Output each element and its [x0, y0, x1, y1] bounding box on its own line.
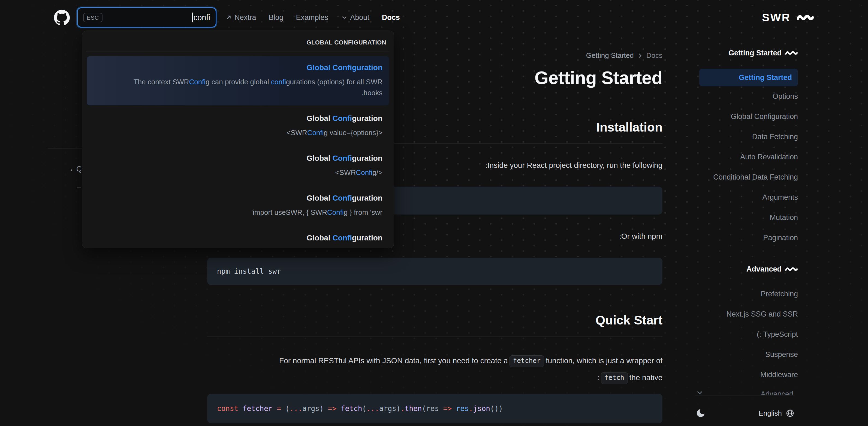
toc-item-label: Quick Start — [76, 165, 81, 173]
search-result-excerpt: SWRConfig> — [94, 247, 382, 248]
search-result-title: Global Configuration — [94, 154, 382, 163]
nav-label: Examples — [296, 13, 329, 22]
search-result-excerpt: The context SWRConfig can provide global… — [94, 77, 382, 98]
quick-start-paragraph: For normal RESTful APIs with JSON data, … — [207, 352, 662, 386]
sidebar-clipped-label: Advanced — [761, 389, 793, 395]
sidebar-item-middleware[interactable]: Middleware — [699, 365, 798, 385]
sidebar-item-prefetching[interactable]: Prefetching — [699, 284, 798, 304]
swr-logo[interactable]: SWR — [762, 11, 814, 24]
fetcher-code-line: const fetcher = (...args) => fetch(...ar… — [217, 404, 503, 413]
search-input-value: confi — [193, 13, 210, 22]
theme-toggle-button[interactable] — [694, 407, 707, 419]
search-result-title: Global Configuration — [94, 234, 382, 242]
qs-text-1: For normal RESTful APIs with JSON data, … — [279, 357, 508, 365]
sidebar-section-getting-started: Getting Started — [699, 47, 798, 59]
toc-divider — [48, 148, 82, 148]
text-caret — [192, 12, 193, 22]
sidebar-item-typescript[interactable]: (: TypeScript — [699, 324, 798, 344]
sidebar-clipped-row: Advanced — [694, 389, 795, 395]
nav-link-blog[interactable]: Blog — [269, 13, 283, 22]
chevron-right-icon — [637, 52, 644, 59]
quick-start-heading: Quick Start — [207, 313, 662, 337]
sidebar-item-getting-started-active[interactable]: Getting Started — [699, 69, 798, 86]
swr-logo-text: SWR — [762, 11, 790, 24]
npm-command: npm install swr — [217, 267, 281, 275]
search-result[interactable]: Global Configuration 'import useSWR, { S… — [87, 187, 389, 225]
search-result-excerpt: 'import useSWR, { SWRConfig } from 'swr — [94, 207, 382, 218]
fetcher-inline-code: fetcher — [509, 355, 544, 367]
language-selector[interactable]: English — [759, 409, 795, 418]
search-result[interactable]: Global Configuration <SWRConfig value={o… — [87, 108, 389, 145]
sidebar-section-label: Advanced — [746, 265, 782, 274]
search-result[interactable]: Global Configuration SWRConfig> — [87, 227, 389, 248]
search-result-excerpt: <SWRConfig value={options}> — [94, 127, 382, 138]
search-input[interactable]: ESC confi — [77, 7, 216, 28]
nav-link-nextra[interactable]: Nextra — [225, 13, 256, 22]
breadcrumb-parent[interactable]: Docs — [646, 51, 662, 60]
sidebar-item-conditional-data-fetching[interactable]: Conditional Data Fetching — [699, 167, 798, 187]
qs-text-3: : — [597, 373, 599, 382]
sidebar-item-suspense[interactable]: Suspense — [699, 344, 798, 365]
qs-text-4: the native — [629, 373, 662, 382]
sidebar-list-getting-started: Options Global Configuration Data Fetchi… — [699, 86, 798, 248]
search-result-title: Global Configuration — [94, 114, 382, 123]
language-label: English — [759, 409, 782, 418]
nav-link-examples[interactable]: Examples — [296, 13, 329, 22]
page: → Quick Start Getting Started Docs Getti… — [0, 0, 868, 426]
sidebar-item-auto-revalidation[interactable]: Auto Revalidation — [699, 147, 798, 167]
search-result[interactable]: Global Configuration <SWRConfig/> — [87, 147, 389, 185]
sidebar-item-mutation[interactable]: Mutation — [699, 207, 798, 228]
sidebar-footer: English — [694, 404, 795, 422]
docs-sidebar: Getting Started Getting Started Options … — [699, 35, 798, 385]
search-results-dropdown: GLOBAL CONFIGURATION Global Configuratio… — [82, 31, 394, 248]
search-result-title: Global Configuration — [94, 63, 382, 72]
sidebar-item-pagination[interactable]: Pagination — [699, 228, 798, 248]
esc-key-badge: ESC — [83, 13, 102, 22]
nav-label: About — [350, 13, 369, 22]
fetcher-code-block[interactable]: const fetcher = (...args) => fetch(...ar… — [207, 394, 662, 423]
nav-link-docs[interactable]: Docs — [382, 13, 400, 22]
nav-label: Docs — [382, 13, 400, 22]
top-navbar: ESC confi Nextra Blog Examples About Doc… — [0, 0, 868, 35]
squiggle-icon — [785, 266, 798, 272]
arrow-right-icon: → — [66, 165, 73, 173]
moon-icon — [695, 408, 706, 418]
sidebar-list-advanced: Prefetching Next.js SSG and SSR (: TypeS… — [699, 284, 798, 385]
external-link-icon — [225, 14, 232, 21]
sidebar-item-nextjs-ssg-ssr[interactable]: Next.js SSG and SSR — [699, 304, 798, 324]
chevron-down-icon — [696, 389, 704, 395]
qs-text-2: function, which is just a wrapper of — [546, 357, 662, 365]
sidebar-section-label: Getting Started — [728, 49, 782, 57]
swr-squiggle-icon — [797, 14, 814, 21]
squiggle-icon — [785, 50, 798, 56]
search-result-selected[interactable]: Global Configuration The context SWRConf… — [87, 56, 389, 105]
breadcrumb-current: Getting Started — [586, 51, 634, 60]
sidebar-item-label: Getting Started — [739, 74, 792, 82]
globe-icon — [786, 409, 795, 418]
toc-dash — [77, 188, 81, 188]
toc-item-quick-start[interactable]: → Quick Start — [66, 165, 81, 173]
search-result-excerpt: <SWRConfig/> — [94, 167, 382, 178]
nav-label: Nextra — [235, 13, 256, 22]
sidebar-item-data-fetching[interactable]: Data Fetching — [699, 126, 798, 147]
navbar-links: Nextra Blog Examples About Docs — [225, 13, 400, 22]
sidebar-item-global-configuration[interactable]: Global Configuration — [699, 107, 798, 126]
chevron-down-icon — [341, 14, 348, 21]
nav-label: Blog — [269, 13, 283, 22]
search-result-title: Global Configuration — [94, 194, 382, 202]
sidebar-item-arguments[interactable]: Arguments — [699, 187, 798, 207]
fetch-inline-code: fetch — [601, 372, 627, 384]
nav-link-about[interactable]: About — [341, 13, 369, 22]
github-icon[interactable] — [54, 9, 70, 25]
sidebar-section-advanced: Advanced — [699, 263, 798, 275]
search-results-list: Global Configuration The context SWRConf… — [82, 52, 394, 248]
npm-code-block[interactable]: npm install swr — [207, 258, 662, 285]
sidebar-item-options[interactable]: Options — [699, 86, 798, 107]
